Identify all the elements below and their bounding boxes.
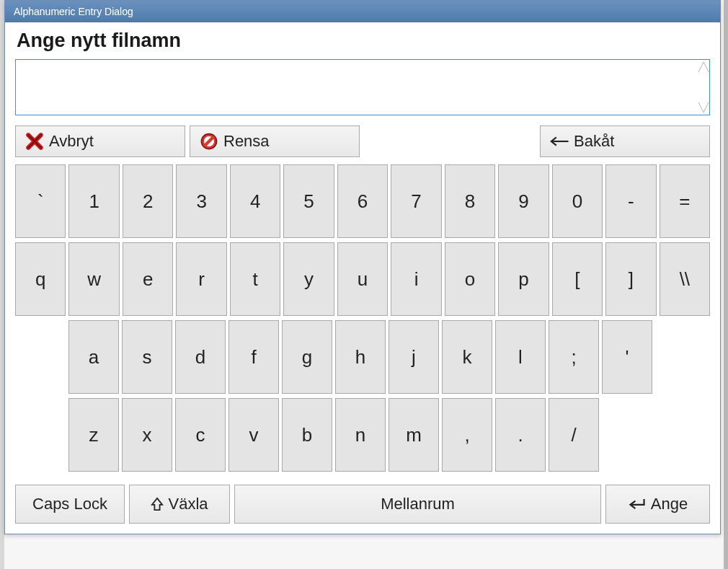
key-`[interactable]: `	[15, 164, 66, 238]
key-n[interactable]: n	[335, 398, 386, 472]
key-3[interactable]: 3	[176, 164, 226, 238]
backspace-button[interactable]: Bakåt	[540, 125, 710, 157]
key-c[interactable]: c	[175, 398, 226, 472]
action-spacer	[364, 125, 536, 157]
scroll-down-icon[interactable]: ╲╱	[698, 103, 707, 112]
arrow-left-icon	[549, 131, 569, 151]
key-1[interactable]: 1	[68, 164, 119, 238]
key-t[interactable]: t	[230, 242, 280, 316]
space-button[interactable]: Mellanrum	[234, 485, 601, 524]
key-y[interactable]: y	[283, 242, 334, 316]
clear-label: Rensa	[223, 132, 270, 151]
on-screen-keyboard: `1234567890-= qwertyuiop[]\\ asdfghjkl;'…	[15, 164, 710, 472]
key-v[interactable]: v	[228, 398, 279, 472]
key-5[interactable]: 5	[283, 164, 334, 238]
prompt-label: Ange nytt filnamn	[17, 30, 710, 52]
dialog-client: Ange nytt filnamn ╱╲ ╲╱ Avbryt	[5, 22, 720, 534]
key-a[interactable]: a	[68, 320, 119, 394]
key-b[interactable]: b	[282, 398, 332, 472]
key--[interactable]: -	[605, 164, 656, 238]
key-d[interactable]: d	[175, 320, 226, 394]
key-s[interactable]: s	[122, 320, 172, 394]
key-i[interactable]: i	[391, 242, 441, 316]
shift-button[interactable]: Växla	[129, 485, 230, 524]
key-r[interactable]: r	[176, 242, 226, 316]
space-label: Mellanrum	[381, 495, 455, 513]
key-l[interactable]: l	[495, 320, 546, 394]
key-z[interactable]: z	[68, 398, 119, 472]
window-title: Alphanumeric Entry Dialog	[14, 6, 133, 17]
key-row-3: asdfghjkl;'	[15, 320, 710, 394]
key-h[interactable]: h	[335, 320, 386, 394]
key-4[interactable]: 4	[230, 164, 280, 238]
key-row-2: qwertyuiop[]\\	[15, 242, 710, 316]
caps-lock-label: Caps Lock	[32, 495, 107, 513]
key-0[interactable]: 0	[552, 164, 603, 238]
shift-label: Växla	[168, 495, 208, 513]
backspace-label: Bakåt	[574, 132, 614, 151]
key-p[interactable]: p	[498, 242, 549, 316]
window-titlebar[interactable]: Alphanumeric Entry Dialog	[5, 1, 720, 22]
key-o[interactable]: o	[445, 242, 495, 316]
bottom-bar: Caps Lock Växla Mellanrum	[15, 485, 710, 524]
enter-button[interactable]: Ange	[605, 485, 710, 524]
enter-icon	[628, 497, 647, 511]
key-w[interactable]: w	[68, 242, 119, 316]
key-'[interactable]: '	[602, 320, 652, 394]
key-.[interactable]: .	[495, 398, 546, 472]
action-bar: Avbryt Rensa	[15, 125, 710, 157]
key-7[interactable]: 7	[391, 164, 441, 238]
key-u[interactable]: u	[337, 242, 388, 316]
key-;[interactable]: ;	[549, 320, 599, 394]
key-\\[interactable]: \\	[660, 242, 710, 316]
key-][interactable]: ]	[605, 242, 656, 316]
key-8[interactable]: 8	[445, 164, 495, 238]
key-g[interactable]: g	[282, 320, 332, 394]
key-=[interactable]: =	[660, 164, 710, 238]
clear-button[interactable]: Rensa	[190, 125, 360, 157]
dialog-window: Alphanumeric Entry Dialog Ange nytt filn…	[4, 0, 721, 534]
no-entry-icon	[199, 131, 219, 151]
cancel-label: Avbryt	[49, 132, 94, 151]
key-row-4: zxcvbnm,./	[15, 398, 710, 472]
key-2[interactable]: 2	[123, 164, 173, 238]
cancel-button[interactable]: Avbryt	[15, 125, 185, 157]
caps-lock-button[interactable]: Caps Lock	[15, 485, 125, 524]
filename-input-container: ╱╲ ╲╱	[15, 59, 710, 115]
key-[[interactable]: [	[552, 242, 603, 316]
key-6[interactable]: 6	[337, 164, 388, 238]
cancel-icon	[25, 131, 45, 151]
key-row-1: `1234567890-=	[15, 164, 710, 238]
key-/[interactable]: /	[549, 398, 599, 472]
enter-label: Ange	[651, 495, 688, 513]
key-f[interactable]: f	[228, 320, 279, 394]
shift-up-icon	[151, 497, 164, 511]
key-j[interactable]: j	[389, 320, 439, 394]
filename-input[interactable]	[16, 60, 696, 115]
key-e[interactable]: e	[123, 242, 173, 316]
scroll-up-icon[interactable]: ╱╲	[698, 63, 707, 71]
key-x[interactable]: x	[122, 398, 172, 472]
key-,[interactable]: ,	[442, 398, 492, 472]
key-k[interactable]: k	[442, 320, 492, 394]
key-q[interactable]: q	[15, 242, 66, 316]
key-9[interactable]: 9	[498, 164, 549, 238]
key-m[interactable]: m	[389, 398, 439, 472]
